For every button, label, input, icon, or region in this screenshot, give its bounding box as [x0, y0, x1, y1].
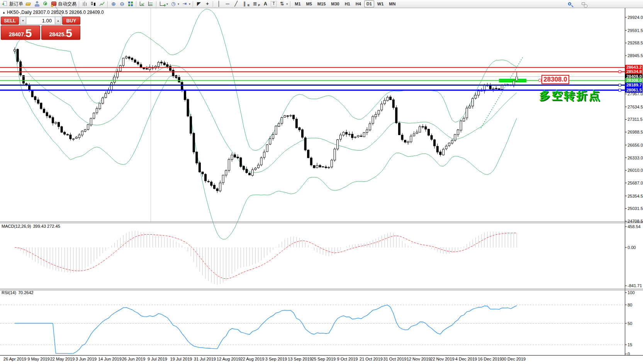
- sell-button[interactable]: SELL: [1, 17, 19, 25]
- price-line-label: 28534.8: [625, 69, 643, 74]
- axis-tick-label: 25031.5: [628, 206, 643, 211]
- bid-price-small: 28407.: [9, 31, 25, 39]
- axis-tick-label: 25687.0: [628, 181, 643, 185]
- macd-axis-label: 458.54: [628, 224, 641, 229]
- date-axis-label: 22 Aug 2019: [241, 357, 265, 361]
- collapse-panel-icon[interactable]: ▲: [2, 11, 5, 14]
- chart-title: ▲HK50-,Daily 28307.0 28529.5 28266.0 284…: [2, 10, 104, 15]
- sell-price-button[interactable]: 28407.5: [1, 25, 40, 40]
- axis-tick-label: 27311.5: [628, 117, 643, 122]
- rsi-axis-label: 100: [628, 290, 635, 295]
- rsi-axis-label: 50: [628, 321, 632, 326]
- axis-tick-label: 28945.5: [628, 53, 643, 58]
- date-axis-label: 9 Oct 2019: [337, 357, 358, 361]
- date-axis-label: 12 Nov 2019: [407, 357, 431, 361]
- date-axis-label: 3 Sep 2019: [265, 357, 287, 361]
- volume-stepper: ▼ ▲: [20, 17, 61, 25]
- macd-indicator-label: MACD(12,26,9)399.43 272.45: [2, 224, 62, 229]
- date-axis-label: 16 Dec 2019: [478, 357, 502, 361]
- rsi-line: [15, 305, 517, 354]
- chart-objects: [53, 2, 523, 222]
- axis-tick-label: 26333.0: [628, 156, 643, 160]
- date-axis-label: 25 Sep 2019: [312, 357, 336, 361]
- macd-axis-label: -841.71: [628, 283, 642, 288]
- chart-title-text: HK50-,Daily 28307.0 28529.5 28266.0 2840…: [7, 10, 104, 15]
- date-axis-label: 13 Sep 2019: [288, 357, 312, 361]
- callout-anchor-dot[interactable]: [538, 79, 541, 82]
- macd-histogram: [15, 231, 517, 285]
- date-axis-label: 12 Aug 2019: [217, 357, 241, 361]
- candlesticks: [14, 47, 518, 193]
- price-line-label: 28061.5: [625, 88, 643, 93]
- price-line-label: 28189.7: [625, 83, 643, 88]
- date-axis-label: 22 May 2019: [50, 357, 75, 361]
- ask-price-small: 28425.: [49, 31, 66, 39]
- axis-tick-label: 29268.5: [628, 41, 643, 45]
- axis-tick-label: 29924.0: [628, 15, 643, 20]
- rsi-axis-label: 80: [628, 303, 632, 307]
- rsi-indicator-label: RSI(14)70.2642: [2, 290, 36, 295]
- axis-tick-label: 29591.5: [628, 28, 643, 33]
- annotation-note[interactable]: 多空转折点: [539, 88, 601, 103]
- axis-tick-label: 26656.0: [628, 143, 643, 147]
- axis-tick-label: 26010.0: [628, 168, 643, 173]
- date-axis-label: 31 Jul 2019: [194, 357, 216, 361]
- buy-price-button[interactable]: 28425.5: [41, 25, 81, 40]
- axis-tick-label: 26988.5: [628, 130, 643, 134]
- date-axis-label: 21 Oct 2019: [360, 357, 383, 361]
- date-axis-label: 31 Oct 2019: [383, 357, 407, 361]
- panel-frames: [0, 8, 643, 356]
- date-axis-label: 3 Jun 2019: [76, 357, 97, 361]
- volume-up-button[interactable]: ▲: [55, 17, 61, 25]
- price-callout-label[interactable]: 28308.0: [541, 75, 569, 84]
- axis-tick-label: 27634.5: [628, 105, 643, 109]
- date-axis-label: 19 Jul 2019: [170, 357, 192, 361]
- buy-button[interactable]: BUY: [62, 17, 80, 25]
- ask-price-big: 5: [66, 27, 72, 39]
- macd-axis-label: 0.00: [628, 245, 636, 250]
- date-axis-label: 22 Nov 2019: [430, 357, 454, 361]
- horizontal-lines[interactable]: [0, 68, 625, 91]
- axis-tick-label: 25354.5: [628, 194, 643, 198]
- date-axis-label: 14 Jun 2019: [98, 357, 122, 361]
- rsi-axis-label: 15: [628, 342, 632, 347]
- axis-tick-label: 24708.5: [628, 219, 643, 223]
- volume-input[interactable]: [26, 17, 55, 25]
- rsi-levels: [0, 305, 625, 345]
- date-axis-label: 4 Dec 2019: [455, 357, 477, 361]
- bid-price-big: 5: [25, 27, 32, 39]
- date-axis-label: 9 Jul 2019: [148, 357, 167, 361]
- volume-down-button[interactable]: ▼: [20, 17, 26, 25]
- one-click-trading-panel: SELL ▼ ▲ BUY 28407.5 28425.5: [1, 17, 80, 40]
- rsi-axis-label: 0: [628, 352, 630, 356]
- date-axis-label: 9 May 2019: [27, 357, 49, 361]
- chart-canvas[interactable]: [0, 0, 643, 364]
- mt4-window: 新订单自动交易⊕⊖▾◷▾⇥▾◤+│─╱∥E≣FAT⇅▾M1M5M15M30H1H…: [0, 0, 643, 364]
- date-axis-label: 26 Jun 2019: [122, 357, 146, 361]
- date-axis-label: 30 Dec 2019: [502, 357, 526, 361]
- macd-signal-line: [15, 233, 517, 279]
- date-axis-label: 26 Apr 2019: [3, 357, 26, 361]
